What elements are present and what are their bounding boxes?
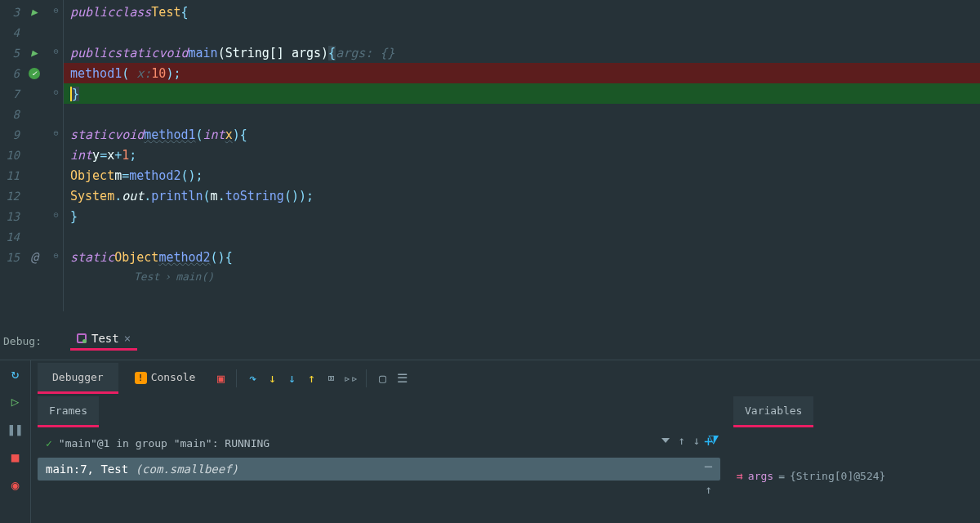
rerun-icon[interactable]: ↻ [9,367,22,380]
step-out-icon[interactable]: ↑ [302,369,320,387]
line-number: 3 [0,6,20,19]
line-number: 6 [0,67,20,80]
line-number: 10 [0,149,20,162]
inline-hint: args: {} [336,46,394,60]
resume-icon[interactable]: ▷ [9,395,22,408]
stop-icon[interactable]: ■ [9,450,22,463]
close-tab-icon[interactable]: × [124,332,131,345]
step-into-icon[interactable]: ↓ [263,369,281,387]
force-step-into-icon[interactable]: ↓ [283,369,301,387]
prev-frame-icon[interactable]: ↑ [678,434,684,447]
step-over-icon[interactable]: ↷ [243,369,261,387]
run-gutter-icon[interactable]: ▶ [20,6,49,18]
view-breakpoints-icon[interactable]: ◉ [9,478,22,491]
next-frame-icon[interactable]: ↓ [693,434,700,447]
run-to-cursor-icon[interactable]: ▹▹ [341,369,359,387]
stack-frame[interactable]: main:7, Test (com.smallbeef) [38,458,720,481]
line-number: 15 [0,251,20,264]
line-number: 7 [0,87,20,101]
params-icon: ⇉ [737,470,743,482]
debugger-tab[interactable]: Debugger [38,363,118,394]
thread-selector[interactable]: ✓ "main"@1 in group "main": RUNNING [38,432,720,454]
line-number: 11 [0,169,20,182]
gutter: 3▶ 4 5▶ 6✓ 7 8 9 10 11 12 13 14 15@ [0,0,49,311]
remove-watch-icon[interactable]: − [704,458,713,475]
trace-current-stream-chain-icon[interactable]: ☰ [393,369,411,387]
threads-icon[interactable]: ▣ [212,369,229,387]
debug-toolbar: Debugger !Console ▣ ↷ ↓ ↓ ↑ ⌧ ▹▹ ▢ ☰ [31,360,980,396]
line-number: 4 [0,26,20,39]
debug-toolwindow-label: Debug: [3,335,42,347]
application-icon [77,333,87,343]
override-gutter-icon[interactable]: @ [20,249,49,265]
variables-panel: Variables + − ↑ ⇉ args = {String[0]@524} [727,396,980,523]
variable-row[interactable]: ⇉ args = {String[0]@524} [733,465,973,487]
line-number: 14 [0,230,20,244]
breakpoint-verified-icon[interactable]: ✓ [20,68,49,79]
frames-panel: Frames ✓ "main"@1 in group "main": RUNNI… [31,396,727,523]
check-icon: ✓ [46,437,52,449]
console-tab[interactable]: !Console [120,363,211,395]
code-area[interactable]: public class Test { public static void m… [64,0,980,311]
warning-icon: ! [135,372,147,384]
execution-line-highlight: } [64,83,980,104]
frames-header: Frames [38,396,99,427]
debug-toolwindow: ↻ ▷ ❚❚ ■ ◉ Debugger !Console ▣ ↷ ↓ ↓ ↑ ⌧… [0,360,980,523]
debug-session-tab[interactable]: Test × [70,329,137,351]
new-watch-icon[interactable]: + [704,432,713,449]
debug-left-rail: ↻ ▷ ❚❚ ■ ◉ [0,360,31,523]
thread-dropdown-icon[interactable] [662,438,670,443]
line-number: 12 [0,190,20,203]
breadcrumb[interactable]: Test›main() [64,267,980,286]
line-number: 13 [0,210,20,223]
evaluate-expression-icon[interactable]: ▢ [373,369,391,387]
line-number: 8 [0,108,20,121]
move-watch-up-icon[interactable]: ↑ [705,483,711,496]
pause-icon[interactable]: ❚❚ [9,422,22,436]
variables-header: Variables [733,396,813,427]
drop-frame-icon[interactable]: ⌧ [322,369,340,387]
breakpoint-line-highlight: method1( x: 10); [64,63,980,83]
code-editor[interactable]: 3▶ 4 5▶ 6✓ 7 8 9 10 11 12 13 14 15@ ⊖⊖⊝⊖… [0,0,980,311]
run-gutter-icon[interactable]: ▶ [20,47,49,59]
fold-column: ⊖⊖⊝⊖⊝⊖ [49,0,64,311]
line-number: 9 [0,128,20,141]
line-number: 5 [0,47,20,60]
